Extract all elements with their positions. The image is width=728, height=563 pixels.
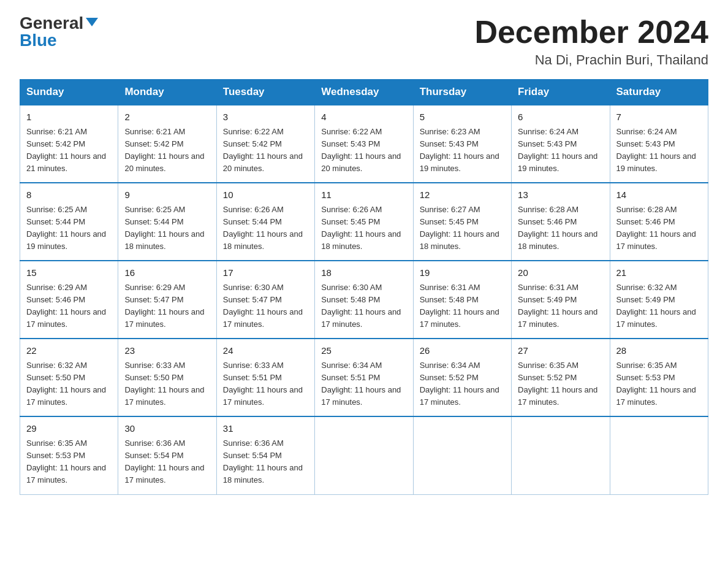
calendar-header-saturday: Saturday: [610, 80, 708, 105]
location-subtitle: Na Di, Prachin Buri, Thailand: [474, 52, 708, 68]
calendar-week-row-3: 15Sunrise: 6:29 AMSunset: 5:46 PMDayligh…: [20, 261, 708, 339]
page: General Blue December 2024 Na Di, Prachi…: [0, 0, 728, 515]
calendar-week-row-2: 8Sunrise: 6:25 AMSunset: 5:44 PMDaylight…: [20, 183, 708, 261]
day-number: 13: [518, 188, 603, 202]
day-info: Sunrise: 6:29 AMSunset: 5:47 PMDaylight:…: [124, 283, 204, 329]
day-number: 12: [420, 188, 505, 202]
day-info: Sunrise: 6:31 AMSunset: 5:49 PMDaylight:…: [518, 283, 597, 329]
calendar-cell: 28Sunrise: 6:35 AMSunset: 5:53 PMDayligh…: [610, 339, 708, 416]
day-number: 21: [616, 266, 702, 280]
day-number: 23: [124, 344, 210, 358]
calendar-cell: 17Sunrise: 6:30 AMSunset: 5:47 PMDayligh…: [216, 261, 314, 339]
day-info: Sunrise: 6:25 AMSunset: 5:44 PMDaylight:…: [124, 205, 204, 251]
calendar-header-friday: Friday: [512, 80, 610, 105]
day-number: 7: [616, 110, 702, 124]
calendar-cell: 20Sunrise: 6:31 AMSunset: 5:49 PMDayligh…: [512, 261, 610, 339]
day-info: Sunrise: 6:25 AMSunset: 5:44 PMDaylight:…: [26, 205, 106, 251]
calendar-cell: 16Sunrise: 6:29 AMSunset: 5:47 PMDayligh…: [118, 261, 216, 339]
day-info: Sunrise: 6:30 AMSunset: 5:48 PMDaylight:…: [321, 283, 401, 329]
day-number: 8: [26, 188, 112, 202]
day-number: 28: [616, 344, 702, 358]
calendar-cell: 19Sunrise: 6:31 AMSunset: 5:48 PMDayligh…: [413, 261, 511, 339]
calendar-cell: 7Sunrise: 6:24 AMSunset: 5:43 PMDaylight…: [610, 105, 708, 183]
calendar-cell: 22Sunrise: 6:32 AMSunset: 5:50 PMDayligh…: [20, 339, 118, 416]
calendar-cell: 10Sunrise: 6:26 AMSunset: 5:44 PMDayligh…: [216, 183, 314, 261]
day-number: 9: [124, 188, 210, 202]
day-info: Sunrise: 6:36 AMSunset: 5:54 PMDaylight:…: [124, 439, 204, 484]
day-number: 4: [321, 110, 406, 124]
month-title: December 2024: [474, 15, 708, 50]
calendar-week-row-5: 29Sunrise: 6:35 AMSunset: 5:53 PMDayligh…: [20, 416, 708, 494]
calendar-cell: [413, 416, 511, 494]
day-number: 27: [518, 344, 603, 358]
calendar-cell: 2Sunrise: 6:21 AMSunset: 5:42 PMDaylight…: [118, 105, 216, 183]
day-info: Sunrise: 6:34 AMSunset: 5:52 PMDaylight:…: [420, 361, 499, 407]
day-info: Sunrise: 6:34 AMSunset: 5:51 PMDaylight:…: [321, 361, 401, 407]
day-number: 24: [223, 344, 308, 358]
day-info: Sunrise: 6:35 AMSunset: 5:53 PMDaylight:…: [26, 439, 106, 484]
day-number: 25: [321, 344, 406, 358]
calendar-cell: 21Sunrise: 6:32 AMSunset: 5:49 PMDayligh…: [610, 261, 708, 339]
day-info: Sunrise: 6:28 AMSunset: 5:46 PMDaylight:…: [518, 205, 597, 251]
calendar-cell: 13Sunrise: 6:28 AMSunset: 5:46 PMDayligh…: [512, 183, 610, 261]
day-info: Sunrise: 6:24 AMSunset: 5:43 PMDaylight:…: [616, 127, 696, 173]
logo-blue-text: Blue: [20, 31, 57, 50]
calendar-cell: [315, 416, 413, 494]
logo-triangle-icon: [86, 18, 98, 26]
day-number: 1: [26, 110, 112, 124]
day-number: 29: [26, 422, 112, 436]
day-number: 19: [420, 266, 505, 280]
calendar-cell: 14Sunrise: 6:28 AMSunset: 5:46 PMDayligh…: [610, 183, 708, 261]
day-number: 26: [420, 344, 505, 358]
calendar-cell: 23Sunrise: 6:33 AMSunset: 5:50 PMDayligh…: [118, 339, 216, 416]
calendar-cell: [512, 416, 610, 494]
calendar-cell: 9Sunrise: 6:25 AMSunset: 5:44 PMDaylight…: [118, 183, 216, 261]
day-number: 30: [124, 422, 210, 436]
day-number: 18: [321, 266, 406, 280]
day-info: Sunrise: 6:21 AMSunset: 5:42 PMDaylight:…: [26, 127, 106, 173]
calendar-header-monday: Monday: [118, 80, 216, 105]
calendar-week-row-4: 22Sunrise: 6:32 AMSunset: 5:50 PMDayligh…: [20, 339, 708, 416]
calendar-cell: 30Sunrise: 6:36 AMSunset: 5:54 PMDayligh…: [118, 416, 216, 494]
day-number: 20: [518, 266, 603, 280]
day-number: 31: [223, 422, 308, 436]
calendar-cell: 24Sunrise: 6:33 AMSunset: 5:51 PMDayligh…: [216, 339, 314, 416]
calendar-cell: 5Sunrise: 6:23 AMSunset: 5:43 PMDaylight…: [413, 105, 511, 183]
day-number: 6: [518, 110, 603, 124]
day-info: Sunrise: 6:22 AMSunset: 5:43 PMDaylight:…: [321, 127, 401, 173]
day-info: Sunrise: 6:29 AMSunset: 5:46 PMDaylight:…: [26, 283, 106, 329]
calendar-header-thursday: Thursday: [413, 80, 511, 105]
calendar-cell: 11Sunrise: 6:26 AMSunset: 5:45 PMDayligh…: [315, 183, 413, 261]
day-info: Sunrise: 6:35 AMSunset: 5:52 PMDaylight:…: [518, 361, 597, 407]
calendar-cell: 31Sunrise: 6:36 AMSunset: 5:54 PMDayligh…: [216, 416, 314, 494]
calendar-cell: [610, 416, 708, 494]
calendar-table: SundayMondayTuesdayWednesdayThursdayFrid…: [20, 79, 708, 494]
header: General Blue December 2024 Na Di, Prachi…: [20, 15, 708, 68]
day-number: 11: [321, 188, 406, 202]
day-info: Sunrise: 6:26 AMSunset: 5:44 PMDaylight:…: [223, 205, 303, 251]
logo: General Blue: [20, 15, 98, 49]
calendar-header-tuesday: Tuesday: [216, 80, 314, 105]
calendar-week-row-1: 1Sunrise: 6:21 AMSunset: 5:42 PMDaylight…: [20, 105, 708, 183]
calendar-cell: 1Sunrise: 6:21 AMSunset: 5:42 PMDaylight…: [20, 105, 118, 183]
day-number: 10: [223, 188, 308, 202]
day-info: Sunrise: 6:26 AMSunset: 5:45 PMDaylight:…: [321, 205, 401, 251]
calendar-cell: 18Sunrise: 6:30 AMSunset: 5:48 PMDayligh…: [315, 261, 413, 339]
calendar-header-wednesday: Wednesday: [315, 80, 413, 105]
calendar-cell: 25Sunrise: 6:34 AMSunset: 5:51 PMDayligh…: [315, 339, 413, 416]
day-number: 16: [124, 266, 210, 280]
day-number: 3: [223, 110, 308, 124]
day-info: Sunrise: 6:28 AMSunset: 5:46 PMDaylight:…: [616, 205, 696, 251]
day-number: 22: [26, 344, 112, 358]
day-info: Sunrise: 6:21 AMSunset: 5:42 PMDaylight:…: [124, 127, 204, 173]
day-number: 15: [26, 266, 112, 280]
day-info: Sunrise: 6:27 AMSunset: 5:45 PMDaylight:…: [420, 205, 499, 251]
calendar-cell: 27Sunrise: 6:35 AMSunset: 5:52 PMDayligh…: [512, 339, 610, 416]
day-info: Sunrise: 6:33 AMSunset: 5:51 PMDaylight:…: [223, 361, 303, 407]
calendar-cell: 8Sunrise: 6:25 AMSunset: 5:44 PMDaylight…: [20, 183, 118, 261]
day-number: 5: [420, 110, 505, 124]
day-info: Sunrise: 6:35 AMSunset: 5:53 PMDaylight:…: [616, 361, 696, 407]
day-info: Sunrise: 6:36 AMSunset: 5:54 PMDaylight:…: [223, 439, 303, 484]
day-info: Sunrise: 6:31 AMSunset: 5:48 PMDaylight:…: [420, 283, 499, 329]
day-number: 17: [223, 266, 308, 280]
